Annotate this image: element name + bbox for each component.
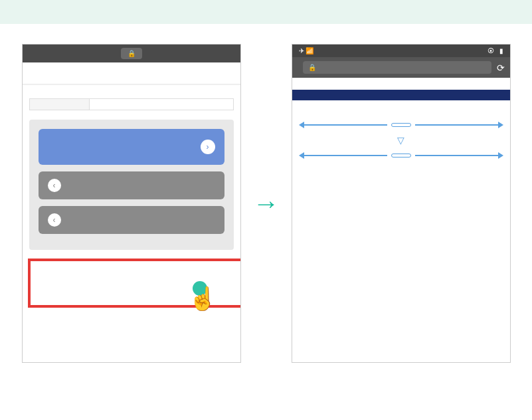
account-table — [29, 98, 234, 110]
cell-label — [29, 99, 89, 110]
chevron-left-icon: ‹ — [48, 179, 61, 192]
url-field[interactable]: 🔒 — [303, 61, 491, 74]
status-left: ✈ 📶 — [299, 47, 314, 54]
period-2 — [299, 152, 503, 159]
chevron-left-icon: ‹ — [48, 213, 61, 227]
period-label — [391, 154, 411, 158]
completion-message — [292, 100, 510, 111]
timeline: ▽ — [292, 122, 510, 163]
phone-right: ✈ 📶 ⦿ ▮ 🔒 ⟳ ▽ — [292, 44, 511, 363]
phone-left: 🔒 › ‹ ‹ — [22, 44, 241, 363]
period-label — [391, 123, 411, 127]
arrow-left-icon — [299, 152, 304, 159]
arrow-right-icon: → — [253, 189, 280, 219]
reload-icon[interactable]: ⟳ — [497, 62, 505, 73]
arrow-right-icon — [498, 152, 503, 159]
arrow-left-icon — [299, 122, 304, 128]
url-text[interactable]: 🔒 — [121, 48, 142, 59]
brand-logo — [23, 69, 240, 74]
completion-sub — [292, 111, 510, 118]
chevron-right-icon: › — [201, 140, 215, 154]
table-row — [29, 99, 233, 110]
button-area: › ‹ ‹ — [29, 120, 234, 250]
status-bar: ✈ 📶 ⦿ ▮ — [292, 45, 510, 57]
cell-value — [89, 99, 233, 110]
apply-button[interactable]: › — [39, 129, 224, 165]
footnote — [292, 163, 510, 171]
cursor-dot — [193, 281, 207, 296]
arrow-right-icon — [498, 122, 503, 128]
instruction-header — [0, 0, 532, 24]
browser-url-bar: 🔒 — [23, 45, 240, 62]
section-2-title — [23, 84, 240, 98]
phones-container: 🔒 › ‹ ‹ — [0, 24, 532, 383]
back-contribution-button[interactable]: ‹ — [39, 171, 224, 199]
brand-logo — [292, 84, 510, 90]
down-arrow-icon: ▽ — [299, 132, 503, 148]
highlight-box — [28, 259, 241, 308]
period-1 — [299, 122, 503, 128]
browser-nav-bar: 🔒 ⟳ — [292, 57, 510, 78]
page-title — [292, 78, 510, 84]
status-battery: ⦿ ▮ — [488, 47, 503, 54]
completion-banner — [292, 90, 510, 100]
page-title — [23, 62, 240, 69]
back-member-button[interactable]: ‹ — [39, 206, 224, 234]
pointer-hand-icon: ☝ — [189, 285, 217, 312]
